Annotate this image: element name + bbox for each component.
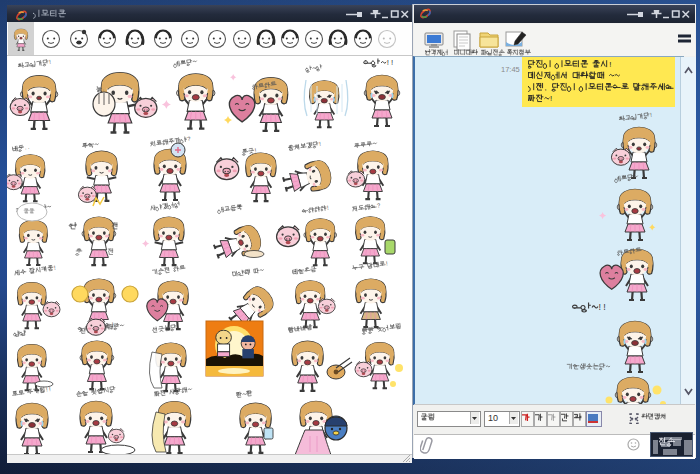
svg-text:!: ! <box>603 302 606 312</box>
svg-text:.: . <box>27 144 30 150</box>
svg-text:?: ? <box>377 202 382 208</box>
svg-text:!: ! <box>319 141 322 147</box>
svg-text:!: ! <box>49 386 52 392</box>
svg-text:!: ! <box>327 205 330 211</box>
svg-text:!: ! <box>254 147 257 153</box>
svg-text:!: ! <box>387 58 389 67</box>
svg-text:!: ! <box>49 59 52 65</box>
svg-text:!: ! <box>650 112 653 118</box>
svg-text:?: ? <box>187 136 192 142</box>
svg-text:!: ! <box>54 264 57 270</box>
svg-text:!: ! <box>598 302 601 312</box>
svg-text:!: ! <box>391 58 393 67</box>
svg-text:!: ! <box>386 260 389 266</box>
